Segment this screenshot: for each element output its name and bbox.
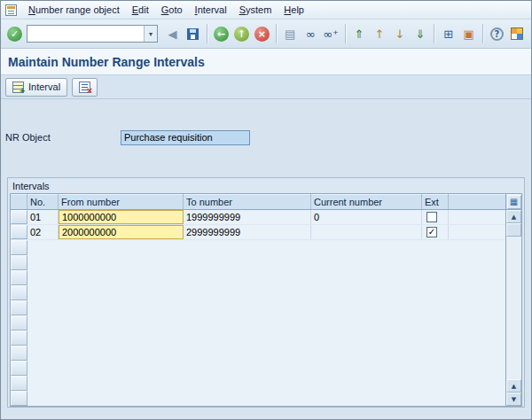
col-header-ext[interactable]: Ext (422, 194, 449, 209)
cell-to-number[interactable]: 1999999999 (184, 210, 311, 224)
exit-button[interactable]: ↑ (231, 24, 252, 44)
cancel-button[interactable]: × (252, 24, 272, 44)
table-row-empty (11, 300, 505, 315)
empty-table-area (27, 255, 505, 270)
table-row-empty (11, 346, 505, 361)
row-selector[interactable] (11, 361, 27, 376)
vertical-scrollbar: ▲ ▲ ▼ (505, 210, 521, 406)
col-header-to-number[interactable]: To number (184, 194, 311, 209)
menu-interval[interactable]: Interval (189, 3, 233, 17)
empty-table-area (27, 240, 505, 255)
menu-edit[interactable]: Edit (126, 3, 155, 17)
menu-number-range-object[interactable]: Number range object (22, 3, 126, 17)
intervals-groupbox: Intervals No. From number To number Curr… (7, 177, 525, 408)
row-selector[interactable] (11, 376, 27, 391)
table-config-cell: ▦ (505, 194, 521, 209)
command-input[interactable] (27, 27, 144, 41)
empty-table-area (27, 391, 505, 406)
save-button[interactable] (183, 24, 203, 44)
col-header-current-number[interactable]: Current number (311, 194, 422, 209)
scrollbar-thumb[interactable] (506, 223, 521, 237)
page-down-button[interactable]: ↓ (389, 24, 410, 44)
command-history-dropdown[interactable]: ▾ (144, 26, 157, 42)
table-row-empty (11, 240, 505, 255)
select-all-header[interactable] (11, 194, 27, 209)
nr-object-field[interactable]: Purchase requisition (121, 130, 250, 145)
new-session-button[interactable]: ⊞ (438, 24, 458, 44)
empty-table-area (27, 315, 505, 331)
menu-help[interactable]: Help (278, 3, 310, 17)
row-filler (449, 225, 505, 239)
toolbar-separator (482, 24, 483, 43)
back-icon: ← (214, 27, 229, 42)
empty-table-area (27, 361, 505, 376)
ext-checkbox[interactable] (426, 212, 437, 222)
cell-current-number[interactable]: 0 (311, 210, 422, 224)
scrollbar-track[interactable] (506, 237, 521, 379)
cell-ext (422, 210, 449, 224)
cell-from-number[interactable]: 2000000000 (59, 225, 184, 239)
row-selector[interactable] (11, 300, 27, 315)
find-next-button[interactable]: ∞⁺ (321, 24, 341, 44)
row-selector[interactable] (11, 346, 27, 361)
table-config-button[interactable]: ▦ (507, 195, 521, 209)
table-rows: 01 1000000000 1999999999 0 02 (11, 210, 505, 406)
header-filler (449, 194, 505, 209)
insert-interval-button[interactable]: Interval (5, 78, 67, 97)
delete-interval-button[interactable] (72, 78, 98, 97)
customize-layout-button[interactable] (507, 24, 528, 44)
row-filler (449, 210, 505, 224)
application-toolbar: Interval (1, 75, 531, 99)
empty-table-area (27, 300, 505, 315)
help-button[interactable]: ? (487, 24, 507, 44)
row-selector[interactable] (11, 225, 27, 239)
row-selector[interactable] (11, 240, 27, 255)
table-row-empty (11, 270, 505, 285)
page-up-button[interactable]: ↑ (369, 24, 389, 44)
cell-to-number[interactable]: 2999999999 (184, 225, 311, 239)
scrollbar-up-button[interactable]: ▲ (506, 210, 521, 223)
collapse-command-field-button[interactable]: ◀ (162, 24, 183, 44)
back-button[interactable]: ← (211, 24, 231, 44)
cell-ext: ✓ (422, 225, 449, 239)
scrollbar-line-up-button[interactable]: ▲ (506, 379, 521, 393)
menu-goto[interactable]: Goto (155, 3, 189, 17)
table-row-empty (11, 331, 505, 346)
command-field[interactable]: ▾ (27, 25, 158, 43)
first-page-button[interactable]: ⇑ (348, 24, 369, 44)
generate-shortcut-button[interactable]: ▣ (458, 24, 479, 44)
row-selector[interactable] (11, 285, 27, 300)
find-button[interactable]: ∞ (301, 24, 321, 44)
table-row-empty (11, 361, 505, 376)
save-icon (187, 28, 199, 40)
cell-from-number[interactable]: 1000000000 (59, 210, 184, 224)
last-page-button[interactable]: ⇓ (410, 24, 430, 44)
enter-icon: ✓ (7, 27, 22, 42)
row-selector[interactable] (11, 255, 27, 270)
row-selector[interactable] (11, 331, 27, 346)
system-toolbar: ✓ ▾ ◀ ← ↑ × ▤ ∞ ∞⁺ ⇑ ↑ ↓ ⇓ ⊞ ▣ (1, 19, 531, 49)
row-selector[interactable] (11, 270, 27, 285)
col-header-from-number[interactable]: From number (59, 194, 184, 209)
menu-system[interactable]: System (233, 3, 278, 17)
scrollbar-line-down-button[interactable]: ▼ (506, 393, 521, 406)
cell-no[interactable]: 01 (27, 210, 59, 224)
window-icon (5, 4, 17, 16)
row-selector[interactable] (11, 391, 27, 406)
print-button[interactable]: ▤ (280, 24, 301, 44)
cell-no[interactable]: 02 (27, 225, 59, 239)
exit-icon: ↑ (234, 27, 249, 42)
enter-button[interactable]: ✓ (4, 24, 25, 44)
row-selector[interactable] (11, 210, 27, 224)
row-selector[interactable] (11, 315, 27, 331)
table-row-empty (11, 315, 505, 331)
ext-checkbox[interactable]: ✓ (426, 227, 437, 237)
empty-table-area (27, 346, 505, 361)
table-header-row: No. From number To number Current number… (11, 194, 521, 210)
col-header-no[interactable]: No. (27, 194, 59, 209)
table-row-empty (11, 376, 505, 391)
page-title: Maintain Number Range Intervals (8, 55, 205, 69)
help-icon: ? (490, 27, 504, 41)
cell-current-number[interactable] (311, 225, 422, 239)
cancel-icon: × (254, 27, 270, 42)
